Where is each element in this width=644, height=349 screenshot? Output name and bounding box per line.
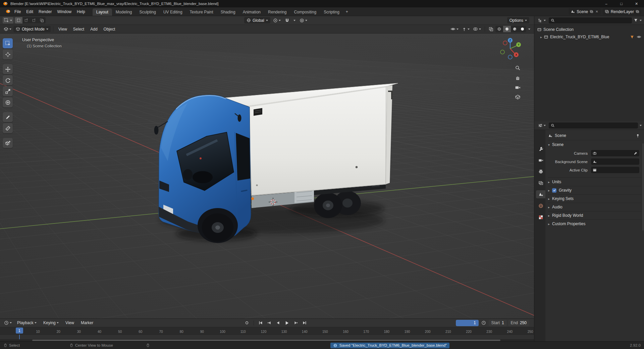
timeline-scrollbar-thumb[interactable] [32,340,500,341]
gravity-checkbox[interactable] [552,188,556,193]
tab-world-properties[interactable] [536,202,545,210]
menu-edit[interactable]: Edit [23,7,36,16]
tab-rendering[interactable]: Rendering [264,8,290,16]
active-clip-field[interactable] [591,167,639,173]
properties-search[interactable] [549,122,638,129]
viewlayer-selector[interactable]: RenderLayer [603,8,641,15]
timeline-menu-playback[interactable]: Playback [14,320,39,325]
select-mode-subtract[interactable] [30,17,38,23]
camera-view-icon[interactable] [515,85,521,90]
tab-layout[interactable]: Layout [93,8,112,16]
tool-annotate[interactable] [3,112,13,122]
timeline-scrollbar[interactable] [0,339,534,341]
timeline-menu-keying[interactable]: Keying [41,320,61,325]
background-scene-field[interactable] [591,158,639,165]
snap-settings-dropdown[interactable] [292,17,297,23]
snap-toggle[interactable] [283,17,291,23]
expand-icon[interactable]: ▸ [540,35,542,39]
eyedropper-icon[interactable] [634,151,638,155]
outliner-row-scene-collection[interactable]: Scene Collection [534,26,644,33]
tool-add-cube[interactable] [3,138,13,148]
jump-to-start-button[interactable] [257,320,264,326]
active-tool-icon[interactable] [3,17,13,23]
hide-eye-icon[interactable] [637,35,641,39]
gizmo-axis-neg-y[interactable] [500,50,504,54]
properties-search-input[interactable] [556,123,636,128]
pivot-dropdown[interactable] [272,17,282,23]
vp-menu-add[interactable]: Add [88,27,100,32]
navigation-gizmo[interactable]: Z Y X [498,37,522,60]
viewport-canvas[interactable]: User Perspective (1) Scene Collection [0,34,534,318]
menu-window[interactable]: Window [54,7,74,16]
tab-tool-properties[interactable] [536,145,545,153]
tool-rotate[interactable] [3,75,13,85]
frame-end-field[interactable]: End 250 [508,320,529,326]
panel-custom-properties[interactable]: ▸ Custom Properties [548,219,641,228]
properties-options-caret[interactable] [640,125,642,126]
play-button[interactable] [283,320,291,326]
tab-uv-editing[interactable]: UV Editing [160,8,186,16]
timeline-ruler[interactable]: 1 10203040506070809010011012013014015016… [0,327,534,335]
outliner-search[interactable] [549,17,632,23]
filter-icon[interactable] [634,18,638,22]
pan-hand-icon[interactable] [515,75,521,81]
gizmo-axis-neg-z[interactable] [508,55,512,59]
menu-help[interactable]: Help [74,7,88,16]
properties-editor-type-dropdown[interactable] [537,122,547,129]
vp-menu-object[interactable]: Object [101,27,118,32]
shading-material[interactable] [511,26,519,32]
tab-modeling[interactable]: Modeling [112,8,136,16]
maximize-button[interactable]: □ [614,0,629,7]
gizmos-dropdown[interactable] [461,26,471,32]
outliner-search-input[interactable] [556,18,630,23]
camera-field[interactable] [591,150,639,156]
outliner-row-truck[interactable]: ▸ Electric_Truck_BYD_ETM6_Blue [534,33,644,41]
app-menu-icon[interactable] [0,7,12,16]
visibility-dropdown[interactable] [449,26,460,32]
play-reverse-button[interactable] [274,320,282,326]
timeline-editor-type-dropdown[interactable] [3,320,13,326]
panel-rigid-body-world[interactable]: ▸ Rigid Body World [548,211,641,219]
panel-units[interactable]: ▸ Units [548,178,641,186]
xray-toggle[interactable] [487,26,495,32]
editor-type-dropdown[interactable] [2,26,13,32]
tab-scene-properties[interactable] [536,190,545,198]
tab-texture-properties[interactable] [536,213,545,221]
gizmo-axis-neg-x[interactable] [503,41,507,45]
new-viewlayer-icon[interactable] [636,10,639,13]
select-mode-intersect[interactable] [38,17,46,23]
tab-sculpting[interactable]: Sculpting [136,8,160,16]
select-mode-extend[interactable] [22,17,30,23]
pin-icon[interactable] [636,134,640,138]
zoom-icon[interactable] [515,65,521,71]
use-preview-range-toggle[interactable] [480,320,487,326]
tool-select-box[interactable] [3,38,13,48]
options-dropdown[interactable]: Options [507,17,529,23]
current-frame-field[interactable]: 1 [456,320,479,326]
timeline-menu-view[interactable]: View [63,320,77,325]
frame-start-field[interactable]: Start 1 [489,320,507,326]
panel-gravity[interactable]: ▸ Gravity [548,186,641,194]
tab-render-properties[interactable] [536,156,545,164]
mode-dropdown[interactable]: Object Mode [13,26,51,32]
ortho-toggle-icon[interactable] [515,94,521,100]
overlays-dropdown[interactable] [472,26,482,32]
tool-scale[interactable] [3,86,13,96]
tool-move[interactable] [3,64,13,74]
outliner-editor-type-dropdown[interactable] [537,17,547,23]
tab-output-properties[interactable] [536,167,545,176]
vp-menu-select[interactable]: Select [70,27,87,32]
select-mode-new[interactable] [15,17,22,23]
scene-selector[interactable]: Scene ✕ [569,8,600,15]
add-workspace-button[interactable]: + [343,7,351,16]
tab-animation[interactable]: Animation [239,8,264,16]
tool-measure[interactable] [3,123,13,133]
tool-cursor[interactable] [3,49,13,59]
tab-shading[interactable]: Shading [217,8,239,16]
tab-viewlayer-properties[interactable] [536,179,545,187]
timeline-menu-marker[interactable]: Marker [78,320,96,325]
next-keyframe-button[interactable] [292,320,300,326]
minimize-button[interactable]: – [599,0,614,7]
prev-keyframe-button[interactable] [266,320,273,326]
panel-scene-header[interactable]: ▾ Scene [548,140,641,149]
